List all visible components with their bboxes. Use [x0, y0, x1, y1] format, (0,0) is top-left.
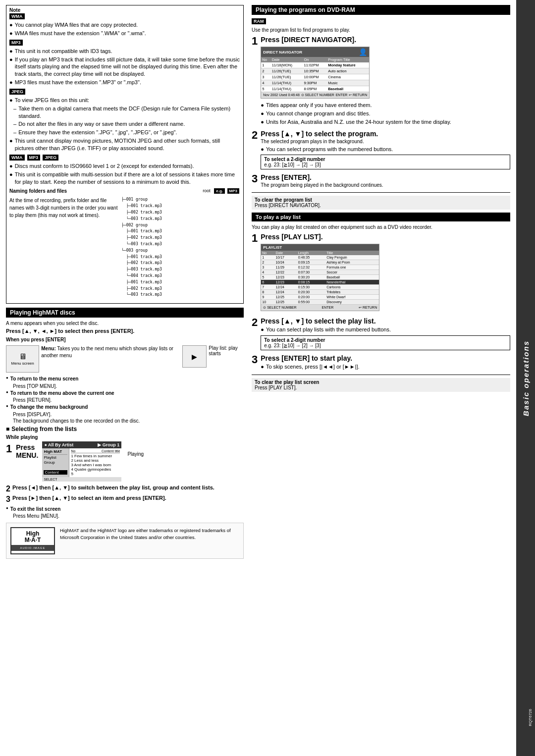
mp3-item-1: ● This unit is not compatible with ID3 t…	[9, 48, 240, 55]
table-row: 2 10/24 0:09:15 Ashley at Prom	[261, 260, 379, 265]
play-step1-num: 1	[252, 233, 258, 244]
wma-item-1: ● You cannot play WMA files that are cop…	[9, 21, 240, 29]
direct-nav-table: No Date On Program Title 1	[261, 57, 369, 92]
wma-badge-2: WMA	[9, 155, 25, 161]
step2-text: Press [◄] then [▲, ▼] to switch between …	[12, 485, 214, 490]
wma-badge: WMA	[9, 13, 25, 19]
step2-number: 2	[6, 485, 10, 493]
highmat-desc-text: HighMAT and the HighMAT logo are either …	[60, 527, 239, 554]
menu-icon-box: 🖥 Menu screen	[6, 345, 39, 373]
step2-row: 2 Press [◄] then [▲, ▼] to switch betwee…	[6, 485, 244, 493]
when-press-label: When you press [ENTER]	[6, 337, 244, 342]
step1-number: 1	[6, 443, 12, 454]
table-row: 3 11/26(TUE) 10:00PM Cinema	[261, 74, 369, 80]
play-step2-num: 2	[252, 317, 258, 328]
step3-row: 3 Press [►] then [▲, ▼] to select an ite…	[6, 495, 244, 504]
combined-item-1: ● Discs must conform to ISO9660 level 1 …	[9, 162, 240, 170]
playing-label: Playing	[127, 451, 144, 457]
dvd-ram-section: Playing the programs on DVD-RAM RAM Use …	[252, 5, 510, 392]
dvd-step2-bullet: ● You can select programs with the numbe…	[261, 146, 510, 153]
dvd-ram-intro: Use the program list to find programs to…	[252, 27, 510, 33]
play-to-select-box: To select a 2-digit number e.g. 23: [≧10…	[261, 335, 510, 350]
dvd-step2-title: Press [▲, ▼] to select the program.	[261, 130, 510, 138]
change-bg-press: Press [DISPLAY].	[13, 412, 244, 417]
mp3-badge-2: MP3	[27, 155, 41, 161]
to-clear-program-box: To clear the program list Press [DIRECT …	[252, 196, 510, 210]
change-bg-desc: The background changes to the one record…	[13, 418, 244, 424]
to-play-box: To play a play list	[252, 213, 510, 221]
dvd-step3-row: 3 Press [ENTER]. The program being playe…	[252, 173, 510, 189]
dvd-step1-row: 1 Press [DIRECT NAVIGATOR]. DIRECT NAVIG…	[252, 36, 510, 127]
jpeg-badge: JPEG	[9, 89, 25, 95]
naming-root: root e.g. MP3	[203, 188, 240, 195]
play-step3-title: Press [ENTER] to start play.	[261, 354, 510, 362]
highmat-menu-graphic: ● All By Artist ▶ Group 1 High MAT Playl…	[42, 441, 121, 482]
note-title: Note	[9, 7, 240, 13]
direct-nav-image: DIRECT NAVIGATOR 👤 No Date On	[261, 47, 370, 99]
change-bg-item: ● To change the menu background	[6, 404, 244, 411]
tab-label: Basic operations	[522, 340, 530, 416]
return-above-item: ● To return to the menu above the curren…	[6, 390, 244, 397]
jpeg-dash-2: – Do not alter the files in any way or s…	[9, 120, 240, 128]
page-number: 11	[498, 738, 508, 749]
playlist-desc: Play list: play starts	[209, 345, 244, 356]
table-row: 5 12/23 0:30:20 Baseball	[261, 275, 379, 280]
mp3-badge: MP3	[9, 40, 23, 46]
play-step2-row: 2 Press [▲, ▼] to select the play list. …	[252, 317, 510, 352]
to-select-2digit-box: To select a 2-digit number e.g. 23: [≧10…	[261, 155, 510, 169]
highmat-logo: High M·A·T AUDIO·IMAGE	[10, 527, 55, 554]
dvd-step3-desc: The program being played in the backgrou…	[261, 182, 510, 188]
to-select-example: e.g. 23: [≧10] → [2] → [3]	[264, 162, 507, 167]
play-step2-bullet: ● You can select play lists with the num…	[261, 326, 510, 333]
dvd-step3-title: Press [ENTER].	[261, 173, 510, 181]
table-row: 10 12/25 0:55:00 Discovery	[261, 300, 379, 305]
right-tab: Basic operations 11 RQT6726	[516, 0, 535, 756]
table-row: 6 12/23 0:08:15 Neanderthal	[261, 280, 379, 285]
naming-desc: At the time of recording, prefix folder …	[9, 197, 118, 219]
table-row: 3 11/29 0:12:32 Formula one	[261, 265, 379, 270]
selecting-title: ■ Selecting from the lists	[6, 426, 244, 432]
jpeg-badge-2: JPEG	[43, 155, 58, 161]
playlist-header: PLAYLIST	[261, 244, 379, 251]
note-box: Note WMA ● You cannot play WMA files tha…	[6, 5, 244, 304]
to-clear-program-desc: Press [DIRECT NAVIGATOR].	[255, 203, 507, 208]
dvd-step2-row: 2 Press [▲, ▼] to select the program. Th…	[252, 130, 510, 172]
table-row: 9 12/25 0:20:00 White Dwarf	[261, 295, 379, 300]
play-step3-row: 3 Press [ENTER] to start play. ● To skip…	[252, 354, 510, 372]
return-menu-item: ● To return to the menu screen	[6, 376, 244, 382]
jpeg-more-1: ● This unit cannot display moving pictur…	[9, 137, 240, 152]
mp3-item-3: ● MP3 files must have the extension ".MP…	[9, 79, 240, 86]
rqt-number: RQT6726	[528, 709, 533, 726]
return-menu-press: Press [TOP MENU].	[13, 383, 244, 389]
highmat-header: Playing HighMAT discs	[6, 308, 244, 318]
dvd-step2-desc: The selected program plays in the backgr…	[261, 139, 510, 144]
step3-number: 3	[6, 495, 10, 504]
dvd-step1-bullet-1: ● Titles appear only if you have entered…	[261, 102, 510, 109]
to-clear-playlist-title: To clear the play list screen	[255, 379, 507, 385]
to-clear-playlist-desc: Press [PLAY LIST].	[255, 385, 507, 390]
play-step1-row: 1 Press [PLAY LIST]. PLAYLIST	[252, 233, 510, 314]
dvd-step1-bullet-3: ● Units for Asia, Australia and N.Z. use…	[261, 118, 510, 126]
play-to-select-example: e.g. 23: [≧10] → [2] → [3]	[264, 343, 507, 348]
dvd-ram-header: Playing the programs on DVD-RAM	[252, 5, 510, 15]
jpeg-item-1: ● To view JPEG files on this unit:	[9, 97, 240, 104]
while-playing-label: While playing	[6, 434, 244, 440]
menu-items-row: 🖥 Menu screen Menu: Takes you to the nex…	[6, 345, 244, 373]
exit-list-item: ● To exit the list screen	[6, 506, 244, 513]
to-clear-program-title: To clear the program list	[255, 197, 507, 203]
dvd-step3-num: 3	[252, 173, 258, 184]
exit-list-press: Press Menu [MENU].	[13, 513, 244, 519]
table-row: 2 11/26(TUE) 10:35PM Auto action	[261, 68, 369, 74]
step3-text: Press [►] then [▲, ▼] to select an item …	[12, 495, 166, 501]
naming-section: Naming folders and files root e.g. MP3 A…	[9, 188, 240, 298]
menu-desc: Menu: Takes you to the next menu which s…	[41, 345, 177, 359]
table-row: 7 12/24 0:15:30 Cartoons	[261, 285, 379, 290]
highmat-section: Playing HighMAT discs A menu appears whe…	[6, 308, 244, 559]
table-row: 1 11/18(MON) 11:02PM Monday feature	[261, 62, 369, 68]
dvd-step1-title: Press [DIRECT NAVIGATOR].	[261, 36, 510, 44]
step1-label: Press MENU.	[16, 443, 38, 460]
press-menu-row: 1 Press MENU.	[6, 443, 38, 460]
press-select-title: Press [▲, ▼, ◄, ►] to select then press …	[6, 328, 244, 334]
playlist-icon-box: ▶	[182, 345, 207, 368]
jpeg-dash-3: – Ensure they have the extension ".JPG",…	[9, 129, 240, 136]
